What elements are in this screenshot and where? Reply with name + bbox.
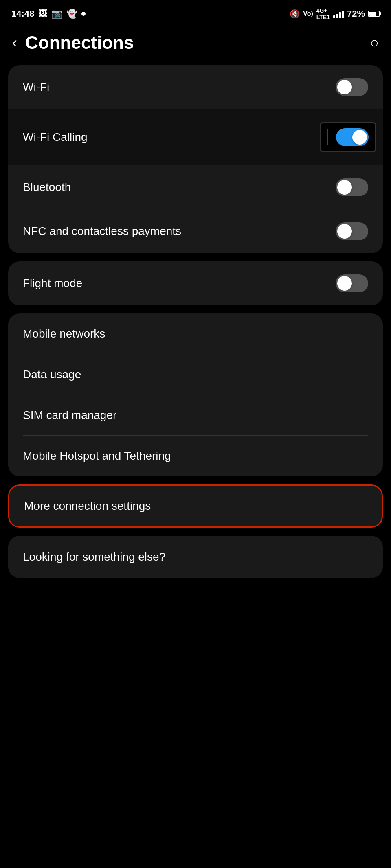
nfc-label: NFC and contactless payments [23,225,181,238]
4g-lte-icon: 4G+LTE1 [316,7,330,20]
status-bar: 14:48 🖼 📷 👻 🔇 Vo) 4G+LTE1 72% [0,0,391,24]
mobile-networks-label: Mobile networks [23,327,105,340]
wifi-calling-row[interactable]: Wi-Fi Calling [8,109,383,165]
flight-mode-divider [327,275,327,292]
sim-card-manager-row[interactable]: SIM card manager [8,395,383,436]
nfc-divider [327,223,327,239]
wifi-toggle-container [327,78,368,96]
wifi-calling-toggle-knob [352,130,367,145]
bluetooth-divider [327,179,327,195]
page-title: Connections [25,33,134,53]
wifi-calling-divider [327,129,328,145]
snapchat-icon: 👻 [66,9,77,19]
battery-icon [368,11,380,17]
volte-icon: Vo) [303,10,313,18]
bluetooth-toggle[interactable] [336,178,368,196]
flight-mode-row[interactable]: Flight mode [8,261,383,305]
wifi-row[interactable]: Wi-Fi [8,65,383,109]
battery-percent: 72% [347,9,365,19]
wifi-toggle-knob [337,80,352,94]
wifi-label: Wi-Fi [23,81,49,94]
data-usage-row[interactable]: Data usage [8,354,383,395]
more-connection-settings-row[interactable]: More connection settings [9,486,382,526]
nfc-toggle-knob [337,224,352,239]
mute-icon: 🔇 [290,9,300,19]
bluetooth-row[interactable]: Bluetooth [8,165,383,209]
nfc-toggle-container [327,222,368,240]
wifi-calling-label: Wi-Fi Calling [23,131,88,144]
header: ‹ Connections ○ [0,24,391,65]
mobile-networks-row[interactable]: Mobile networks [8,313,383,354]
back-button[interactable]: ‹ [12,35,17,50]
photo-icon: 🖼 [38,9,47,19]
data-usage-label: Data usage [23,368,81,381]
nfc-row[interactable]: NFC and contactless payments [8,209,383,253]
wifi-divider [327,79,327,95]
wifi-calling-toggle-container [320,122,376,152]
flight-mode-label: Flight mode [23,277,82,290]
time-display: 14:48 [11,9,34,19]
bluetooth-toggle-knob [337,180,352,195]
notification-dot [81,12,86,16]
more-connection-settings-label: More connection settings [24,500,151,513]
bluetooth-label: Bluetooth [23,181,71,194]
looking-for-something-else-card[interactable]: Looking for something else? [8,536,383,578]
flight-mode-toggle[interactable] [336,274,368,292]
flight-mode-toggle-container [327,274,368,292]
signal-icon [333,10,344,18]
bluetooth-toggle-container [327,178,368,196]
status-bar-left: 14:48 🖼 📷 👻 [11,9,86,19]
flight-mode-card: Flight mode [8,261,383,305]
wifi-toggle[interactable] [336,78,368,96]
sim-card-manager-label: SIM card manager [23,409,116,422]
toggle-settings-card: Wi-Fi Wi-Fi Calling Bluetooth NFC and [8,65,383,253]
wifi-calling-toggle[interactable] [336,128,369,146]
status-bar-right: 🔇 Vo) 4G+LTE1 72% [290,7,380,20]
looking-for-something-else-row[interactable]: Looking for something else? [8,536,383,578]
network-settings-card: Mobile networks Data usage SIM card mana… [8,313,383,476]
mobile-hotspot-row[interactable]: Mobile Hotspot and Tethering [8,436,383,476]
mobile-hotspot-label: Mobile Hotspot and Tethering [23,449,171,462]
search-button[interactable]: ○ [370,34,379,51]
more-connection-settings-card[interactable]: More connection settings [8,484,383,528]
flight-mode-toggle-knob [337,276,352,291]
header-left: ‹ Connections [12,33,134,53]
instagram-icon: 📷 [51,9,62,19]
looking-for-something-else-label: Looking for something else? [23,550,165,563]
nfc-toggle[interactable] [336,222,368,240]
